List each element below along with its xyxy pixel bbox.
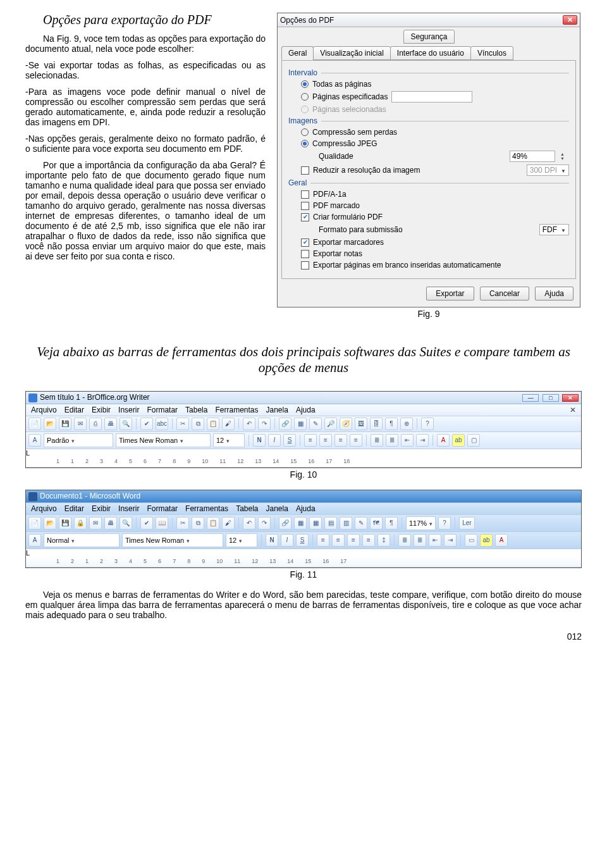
draw-icon[interactable]: ✎ bbox=[309, 418, 322, 430]
mail-icon[interactable]: ✉ bbox=[89, 517, 102, 530]
menu-arquivo[interactable]: Arquivo bbox=[31, 504, 57, 513]
check-exportar-marcadores[interactable]: Exportar marcadores bbox=[301, 238, 569, 247]
indent-icon[interactable]: ⇥ bbox=[416, 434, 429, 447]
highlight-icon[interactable]: ab bbox=[452, 434, 465, 447]
tab-visualizacao-inicial[interactable]: Visualização inicial bbox=[313, 46, 391, 60]
close-icon[interactable]: ✕ bbox=[562, 394, 579, 402]
insert-table-icon[interactable]: ▦ bbox=[309, 517, 322, 530]
formatpaint-icon[interactable]: 🖌 bbox=[222, 517, 235, 530]
bgcolor-icon[interactable]: ▢ bbox=[467, 434, 480, 447]
menu-exibir[interactable]: Exibir bbox=[92, 504, 111, 513]
redo-icon[interactable]: ↷ bbox=[258, 418, 271, 430]
print-icon[interactable]: 🖶 bbox=[104, 418, 117, 430]
help-icon[interactable]: ? bbox=[421, 418, 434, 430]
paste-icon[interactable]: 📋 bbox=[207, 517, 219, 530]
bullet-list-icon[interactable]: ≣ bbox=[386, 434, 398, 447]
fontcolor-icon[interactable]: A bbox=[437, 434, 450, 447]
style-select[interactable]: Normal bbox=[44, 533, 120, 547]
undo-icon[interactable]: ↶ bbox=[243, 517, 255, 530]
highlight-icon[interactable]: ab bbox=[480, 534, 493, 547]
bullet-list-icon[interactable]: ≣ bbox=[414, 534, 426, 547]
check-criar-formulario[interactable]: Criar formulário PDF bbox=[301, 213, 569, 221]
justify-icon[interactable]: ≡ bbox=[362, 534, 375, 547]
redo-icon[interactable]: ↷ bbox=[258, 517, 271, 530]
tab-vinculos[interactable]: Vínculos bbox=[470, 46, 513, 60]
qualidade-stepper[interactable] bbox=[560, 152, 569, 161]
bold-icon[interactable]: N bbox=[266, 534, 278, 547]
linespacing-icon[interactable]: ‡ bbox=[377, 534, 390, 547]
tab-geral[interactable]: Geral bbox=[281, 46, 314, 60]
styles-icon[interactable]: A bbox=[28, 534, 41, 547]
drawing-icon[interactable]: ✎ bbox=[355, 517, 367, 530]
radio-paginas-especificadas[interactable]: Páginas especificadas bbox=[301, 91, 569, 102]
help-icon[interactable]: ? bbox=[438, 517, 451, 530]
table-icon[interactable]: ▦ bbox=[294, 418, 307, 430]
menu-editar[interactable]: Editar bbox=[64, 406, 84, 414]
radio-todas-paginas[interactable]: Todas as páginas bbox=[301, 80, 569, 89]
formato-select[interactable]: FDF bbox=[539, 224, 569, 235]
menu-exibir[interactable]: Exibir bbox=[92, 406, 111, 414]
help-button[interactable]: Ajuda bbox=[535, 287, 573, 301]
new-icon[interactable]: 📄 bbox=[28, 517, 41, 530]
pdf-icon[interactable]: ⎙ bbox=[89, 418, 102, 430]
excel-icon[interactable]: ▤ bbox=[324, 517, 337, 530]
tab-interface-usuario[interactable]: Interface do usuário bbox=[390, 46, 471, 60]
datasource-icon[interactable]: 🗄 bbox=[370, 418, 383, 430]
paste-icon[interactable]: 📋 bbox=[207, 418, 219, 430]
columns-icon[interactable]: ▥ bbox=[340, 517, 352, 530]
hyperlink-icon[interactable]: 🔗 bbox=[279, 517, 291, 530]
minimize-icon[interactable]: — bbox=[522, 394, 539, 402]
pages-input[interactable] bbox=[391, 91, 472, 102]
underline-icon[interactable]: S bbox=[296, 534, 309, 547]
menu-arquivo[interactable]: Arquivo bbox=[31, 406, 57, 414]
save-icon[interactable]: 💾 bbox=[59, 418, 71, 430]
tables-icon[interactable]: ▦ bbox=[294, 517, 307, 530]
menu-tabela[interactable]: Tabela bbox=[185, 406, 207, 414]
numbered-list-icon[interactable]: ≣ bbox=[398, 534, 411, 547]
docmap-icon[interactable]: 🗺 bbox=[370, 517, 383, 530]
undo-icon[interactable]: ↶ bbox=[243, 418, 255, 430]
maximize-icon[interactable]: □ bbox=[543, 394, 559, 402]
hyperlink-icon[interactable]: 🔗 bbox=[279, 418, 291, 430]
print-icon[interactable]: 🖶 bbox=[104, 517, 117, 530]
spellcheck-icon[interactable]: ✔ bbox=[140, 418, 153, 430]
menu-ferramentas[interactable]: Ferramentas bbox=[215, 406, 258, 414]
gallery-icon[interactable]: 🖼 bbox=[355, 418, 367, 430]
cut-icon[interactable]: ✂ bbox=[176, 517, 189, 530]
radio-compressao-sem-perdas[interactable]: Compressão sem perdas bbox=[301, 128, 569, 137]
menu-ajuda[interactable]: Ajuda bbox=[296, 406, 316, 414]
cut-icon[interactable]: ✂ bbox=[176, 418, 189, 430]
menu-janela[interactable]: Janela bbox=[266, 406, 288, 414]
outdent-icon[interactable]: ⇤ bbox=[401, 434, 414, 447]
nonprinting-icon[interactable]: ¶ bbox=[385, 418, 398, 430]
menu-formatar[interactable]: Formatar bbox=[147, 504, 178, 513]
preview-icon[interactable]: 🔍 bbox=[120, 517, 132, 530]
radio-compressao-jpeg[interactable]: Compressão JPEG bbox=[301, 139, 569, 148]
font-select[interactable]: Times New Roman bbox=[122, 533, 223, 547]
style-select[interactable]: Padrão bbox=[44, 433, 113, 447]
zoom-select[interactable]: 117% bbox=[406, 516, 436, 530]
research-icon[interactable]: 📖 bbox=[156, 517, 168, 530]
align-center-icon[interactable]: ≡ bbox=[319, 434, 332, 447]
align-right-icon[interactable]: ≡ bbox=[347, 534, 360, 547]
italic-icon[interactable]: I bbox=[281, 534, 293, 547]
tab-seguranca[interactable]: Segurança bbox=[403, 30, 454, 44]
preview-icon[interactable]: 🔍 bbox=[120, 418, 132, 430]
menu-ajuda[interactable]: Ajuda bbox=[296, 504, 316, 513]
check-pdf-marcado[interactable]: PDF marcado bbox=[301, 201, 569, 210]
menu-tabela[interactable]: Tabela bbox=[236, 504, 258, 513]
permission-icon[interactable]: 🔒 bbox=[74, 517, 87, 530]
new-icon[interactable]: 📄 bbox=[28, 418, 41, 430]
align-right-icon[interactable]: ≡ bbox=[334, 434, 347, 447]
underline-icon[interactable]: S bbox=[283, 434, 296, 447]
fontsize-select[interactable]: 12 bbox=[213, 433, 245, 447]
indent-icon[interactable]: ⇥ bbox=[444, 534, 457, 547]
read-icon[interactable]: Ler bbox=[459, 517, 474, 530]
styles-icon[interactable]: A bbox=[28, 434, 41, 447]
align-center-icon[interactable]: ≡ bbox=[332, 534, 345, 547]
check-pdfa[interactable]: PDF/A-1a bbox=[301, 190, 569, 199]
menu-janela[interactable]: Janela bbox=[266, 504, 288, 513]
check-exportar-branco[interactable]: Exportar páginas em branco inseridas aut… bbox=[301, 261, 569, 270]
justify-icon[interactable]: ≡ bbox=[350, 434, 362, 447]
dpi-select[interactable]: 300 DPI bbox=[527, 164, 569, 176]
